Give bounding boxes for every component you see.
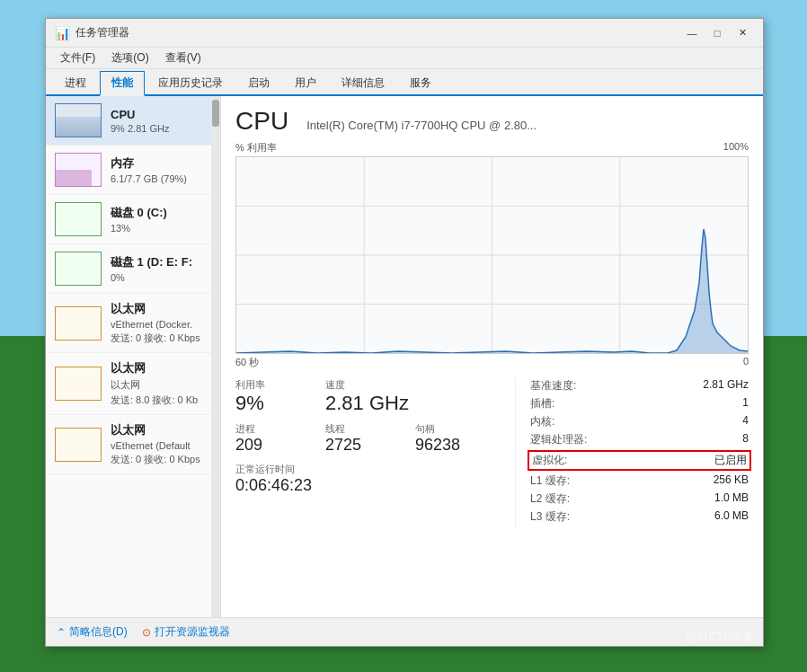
title-bar-left: 📊 任务管理器 xyxy=(55,25,129,40)
detail-virtualization: 虚拟化: 已启用 xyxy=(528,450,751,471)
sidebar-scrollbar[interactable] xyxy=(211,96,220,617)
tab-services[interactable]: 服务 xyxy=(398,71,443,94)
virtualization-value: 已启用 xyxy=(714,453,747,468)
minimize-button[interactable]: — xyxy=(680,24,704,42)
processes-label: 进程 xyxy=(235,422,307,436)
sidebar-item-disk1[interactable]: 磁盘 1 (D: E: F: 0% xyxy=(46,244,220,294)
chart-time-end: 0 xyxy=(743,356,749,369)
menu-view[interactable]: 查看(V) xyxy=(158,49,208,67)
cpu-model: Intel(R) Core(TM) i7-7700HQ CPU @ 2.80..… xyxy=(306,119,537,132)
menu-options[interactable]: 选项(O) xyxy=(104,49,155,67)
detail-l1: L1 缓存: 256 KB xyxy=(530,473,749,489)
eth3-value2: 发送: 0 接收: 0 Kbps xyxy=(111,453,211,466)
brief-info-link[interactable]: ⌃ 简略信息(D) xyxy=(57,624,128,640)
eth1-info: 以太网 vEthernet (Docker. 发送: 0 接收: 0 Kbps xyxy=(111,301,211,345)
chart-y-max: 100% xyxy=(723,141,749,155)
memory-info: 内存 6.1/7.7 GB (79%) xyxy=(111,155,211,184)
threads-label: 线程 xyxy=(325,422,397,436)
handles-label: 句柄 xyxy=(415,422,487,436)
tab-startup[interactable]: 启动 xyxy=(236,71,281,94)
cpu-header: CPU Intel(R) Core(TM) i7-7700HQ CPU @ 2.… xyxy=(235,107,749,136)
stat-group-util-speed: 利用率 9% 速度 2.81 GHz xyxy=(235,378,515,415)
eth2-value2: 发送: 8.0 接收: 0 Kb xyxy=(111,393,211,407)
utilization-value: 9% xyxy=(235,392,307,415)
watermark: @51CTO博客 xyxy=(686,630,753,645)
menu-file[interactable]: 文件(F) xyxy=(53,49,102,67)
speed-label: 速度 xyxy=(325,378,409,392)
sidebar-item-eth3[interactable]: 以太网 vEthernet (Default 发送: 0 接收: 0 Kbps xyxy=(46,415,220,474)
tab-performance[interactable]: 性能 xyxy=(100,71,145,96)
l1-label: L1 缓存: xyxy=(530,473,570,489)
chart-time-labels: 60 秒 0 xyxy=(235,356,749,369)
eth1-value1: vEthernet (Docker. xyxy=(111,319,211,330)
maximize-button[interactable]: □ xyxy=(705,24,729,42)
disk0-info: 磁盘 0 (C:) 13% xyxy=(111,205,211,234)
title-bar: 📊 任务管理器 — □ ✕ xyxy=(46,19,763,48)
stat-utilization: 利用率 9% xyxy=(235,378,307,415)
disk0-label: 磁盘 0 (C:) xyxy=(111,205,211,221)
base-speed-label: 基准速度: xyxy=(530,378,576,393)
cpu-value: 9% 2.81 GHz xyxy=(111,123,211,134)
tab-details[interactable]: 详细信息 xyxy=(330,71,396,94)
cpu-label: CPU xyxy=(111,108,211,121)
uptime-section: 正常运行时间 0:06:46:23 xyxy=(235,463,515,495)
stat-handles: 句柄 96238 xyxy=(415,422,487,455)
window-controls: — □ ✕ xyxy=(680,24,754,42)
eth3-thumbnail xyxy=(55,428,102,462)
menu-bar: 文件(F) 选项(O) 查看(V) xyxy=(46,48,763,69)
sidebar-item-eth2[interactable]: 以太网 以太网 发送: 8.0 接收: 0 Kb xyxy=(46,353,220,415)
l2-label: L2 缓存: xyxy=(530,491,570,507)
eth2-info: 以太网 以太网 发送: 8.0 接收: 0 Kb xyxy=(111,360,211,407)
open-monitor-link[interactable]: ⊙ 打开资源监视器 xyxy=(142,624,230,640)
stat-group-proc: 进程 209 线程 2725 句柄 96238 xyxy=(235,422,515,455)
disk0-thumbnail xyxy=(55,202,102,236)
cpu-thumb-graph xyxy=(56,117,101,137)
tab-processes[interactable]: 进程 xyxy=(53,71,98,94)
memory-label: 内存 xyxy=(111,155,211,172)
eth1-label: 以太网 xyxy=(111,301,211,317)
eth2-thumbnail xyxy=(55,367,102,401)
memory-thumb-fill xyxy=(56,170,92,186)
close-button[interactable]: ✕ xyxy=(731,24,754,42)
open-monitor-label: 打开资源监视器 xyxy=(155,624,230,640)
eth3-value1: vEthernet (Default xyxy=(111,440,211,451)
detail-l3: L3 缓存: 6.0 MB xyxy=(530,509,749,525)
bottom-left: ⌃ 简略信息(D) ⊙ 打开资源监视器 xyxy=(57,624,230,640)
eth3-info: 以太网 vEthernet (Default 发送: 0 接收: 0 Kbps xyxy=(111,422,211,466)
l3-value: 6.0 MB xyxy=(714,509,749,525)
eth2-value1: 以太网 xyxy=(111,378,211,392)
cpu-info: CPU 9% 2.81 GHz xyxy=(111,108,211,134)
window-icon: 📊 xyxy=(55,26,70,40)
sidebar-item-memory[interactable]: 内存 6.1/7.7 GB (79%) xyxy=(46,146,220,195)
bottom-bar: ⌃ 简略信息(D) ⊙ 打开资源监视器 xyxy=(46,617,763,646)
memory-value: 6.1/7.7 GB (79%) xyxy=(111,173,211,184)
cpu-chart-svg xyxy=(236,157,748,353)
eth3-label: 以太网 xyxy=(111,422,211,438)
tab-app-history[interactable]: 应用历史记录 xyxy=(146,71,235,94)
tab-bar: 进程 性能 应用历史记录 启动 用户 详细信息 服务 xyxy=(46,69,763,96)
handles-value: 96238 xyxy=(415,436,487,455)
chart-y-label: % 利用率 xyxy=(235,141,277,155)
sidebar-item-cpu[interactable]: CPU 9% 2.81 GHz xyxy=(46,96,220,146)
eth1-thumbnail xyxy=(55,306,102,340)
cpu-title: CPU xyxy=(235,107,288,136)
chevron-icon: ⌃ xyxy=(57,626,66,639)
detail-l2: L2 缓存: 1.0 MB xyxy=(530,491,749,507)
stat-speed: 速度 2.81 GHz xyxy=(325,378,409,415)
scrollbar-thumb[interactable] xyxy=(212,100,219,127)
threads-value: 2725 xyxy=(325,436,397,455)
detail-sockets: 插槽: 1 xyxy=(530,396,749,411)
virtualization-label: 虚拟化: xyxy=(532,453,567,468)
processes-value: 209 xyxy=(235,436,307,455)
logical-label: 逻辑处理器: xyxy=(530,432,587,447)
tab-users[interactable]: 用户 xyxy=(283,71,328,94)
sidebar-item-disk0[interactable]: 磁盘 0 (C:) 13% xyxy=(46,195,220,244)
brief-info-label: 简略信息(D) xyxy=(69,624,128,640)
logical-value: 8 xyxy=(742,432,749,447)
stats-left: 利用率 9% 速度 2.81 GHz 进程 209 xyxy=(235,378,515,527)
utilization-label: 利用率 xyxy=(235,378,307,392)
cores-value: 4 xyxy=(742,414,749,429)
sidebar-item-eth1[interactable]: 以太网 vEthernet (Docker. 发送: 0 接收: 0 Kbps xyxy=(46,294,220,353)
sockets-label: 插槽: xyxy=(530,396,554,411)
disk1-info: 磁盘 1 (D: E: F: 0% xyxy=(111,254,211,283)
